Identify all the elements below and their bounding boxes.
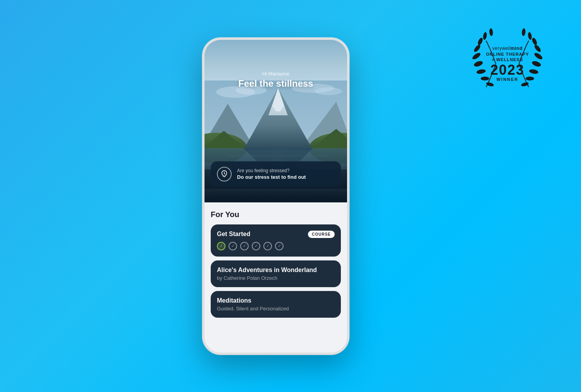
checkmarks-row: ✓ ✓ ✓ ✓ ✓ ✓ bbox=[217, 242, 335, 250]
award-line2: + WELLNESS bbox=[486, 57, 529, 62]
alices-adventures-card[interactable]: Alice's Adventures in Wonderland by Cath… bbox=[211, 260, 341, 287]
svg-point-1 bbox=[471, 52, 481, 61]
svg-point-12 bbox=[531, 37, 538, 46]
scroll-content: For You Get Started COURSE ✓ ✓ ✓ ✓ ✓ ✓ bbox=[205, 202, 347, 353]
stress-line2: Do our stress test to find out bbox=[237, 174, 306, 180]
svg-point-11 bbox=[533, 44, 542, 53]
get-started-card[interactable]: Get Started COURSE ✓ ✓ ✓ ✓ ✓ ✓ bbox=[211, 224, 341, 257]
checkmark-4: ✓ bbox=[252, 242, 260, 250]
award-line1: ONLINE THERAPY bbox=[486, 52, 529, 57]
meditations-title: Meditations bbox=[217, 297, 335, 304]
phone-container: Hi Marianne Feel the stillness Are you f… bbox=[202, 38, 349, 355]
checkmark-2: ✓ bbox=[229, 242, 237, 250]
hero-tagline: Feel the stillness bbox=[205, 78, 347, 89]
svg-point-0 bbox=[473, 60, 484, 67]
hero-text: Hi Marianne Feel the stillness bbox=[205, 71, 347, 89]
svg-point-10 bbox=[533, 52, 543, 61]
svg-point-15 bbox=[529, 68, 539, 74]
card-top-row: Get Started COURSE bbox=[217, 231, 335, 238]
award-laurel: verywellmind ONLINE THERAPY + WELLNESS 2… bbox=[465, 21, 550, 106]
checkmark-1: ✓ bbox=[217, 242, 225, 250]
award-text: verywellmind ONLINE THERAPY + WELLNESS 2… bbox=[486, 46, 529, 82]
section-title: For You bbox=[211, 210, 341, 219]
svg-point-6 bbox=[476, 68, 486, 74]
checkmark-3: ✓ bbox=[240, 242, 249, 250]
svg-point-39 bbox=[224, 176, 225, 177]
get-started-title: Get Started bbox=[217, 231, 250, 238]
svg-point-2 bbox=[473, 44, 481, 53]
svg-point-13 bbox=[528, 32, 532, 40]
meditations-card[interactable]: Meditations Guided, Silent and Personali… bbox=[211, 291, 341, 318]
award-badge: verywellmind ONLINE THERAPY + WELLNESS 2… bbox=[465, 21, 550, 106]
stress-line1: Are you feeling stressed? bbox=[237, 168, 306, 173]
checkmark-5: ✓ bbox=[263, 242, 272, 250]
stress-icon bbox=[217, 167, 232, 181]
alices-title: Alice's Adventures in Wonderland bbox=[217, 267, 335, 274]
stress-banner[interactable]: Are you feeling stressed? Do our stress … bbox=[211, 161, 341, 187]
alices-subtitle: by Catherine Polan Orzech bbox=[217, 275, 335, 281]
phone-frame: Hi Marianne Feel the stillness Are you f… bbox=[202, 38, 349, 355]
hero-section: Hi Marianne Feel the stillness Are you f… bbox=[205, 40, 347, 202]
svg-point-3 bbox=[477, 37, 484, 46]
award-year: 2023 bbox=[486, 63, 529, 77]
stress-text: Are you feeling stressed? Do our stress … bbox=[237, 168, 306, 180]
course-badge: COURSE bbox=[308, 231, 335, 238]
meditations-subtitle: Guided, Silent and Personalized bbox=[217, 306, 335, 312]
svg-point-9 bbox=[531, 60, 542, 67]
svg-point-14 bbox=[522, 28, 526, 36]
svg-point-5 bbox=[489, 28, 493, 36]
award-brand: verywellmind bbox=[486, 46, 529, 51]
svg-point-4 bbox=[483, 32, 487, 40]
checkmark-6: ✓ bbox=[275, 242, 284, 250]
hero-greeting: Hi Marianne bbox=[205, 71, 347, 77]
